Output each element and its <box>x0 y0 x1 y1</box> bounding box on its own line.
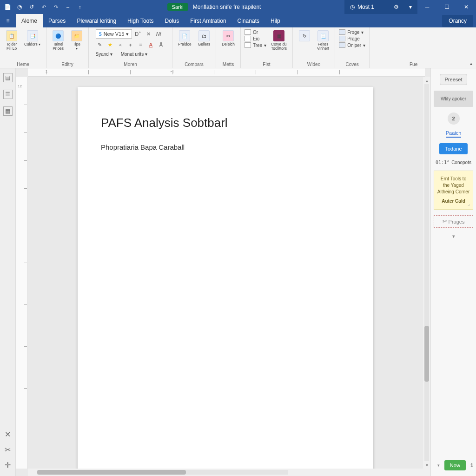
font-minus[interactable]: D˄ <box>134 30 142 38</box>
scroll-thumb[interactable] <box>424 326 429 382</box>
align-icon[interactable]: ≡ <box>137 40 145 49</box>
group-label: Wideo <box>307 61 320 67</box>
title-bar: 📄 ◔ ↺ ↶ ↷ – ↑ Sarki Monflation snife fre… <box>0 0 476 14</box>
quick-access-toolbar: 📄 ◔ ↺ ↶ ↷ – ↑ <box>0 3 84 11</box>
collapse-ribbon-button[interactable]: ▴ <box>470 61 472 66</box>
strike-button[interactable]: ✕ <box>144 30 152 38</box>
tree-option[interactable]: Tree ▾ <box>245 42 266 48</box>
document-area: 1 ⌐| 12 <box>16 68 430 476</box>
font-color-icon[interactable]: A <box>147 40 155 49</box>
note-text: Ernt Tools to the Yaged Altheing Corner <box>437 176 470 195</box>
tipe-button[interactable]: 📁Tipe▾ <box>69 29 85 52</box>
toider-button[interactable]: 📋ToiderFill Lo <box>4 29 20 52</box>
tab-amtration[interactable]: First Amtration <box>185 14 231 27</box>
primary-action-button[interactable]: Todane <box>439 143 467 154</box>
loop-button[interactable]: ↻ <box>297 29 312 43</box>
drop-icon[interactable]: ◔ <box>16 3 23 11</box>
oniper-option[interactable]: Oniper ▾ <box>339 42 365 48</box>
italic-button[interactable]: N! <box>154 30 163 38</box>
prage-option[interactable]: Prage <box>339 36 365 41</box>
nav-comments-icon[interactable]: ☰ <box>3 90 13 99</box>
tool-shuffle-icon[interactable]: ✂ <box>5 445 11 454</box>
page[interactable]: PAFS Analysis Sobtbarl Phopratiaria Bapa… <box>78 87 373 469</box>
scroll-thumb[interactable] <box>37 470 186 475</box>
redo-icon[interactable]: ↷ <box>52 3 60 11</box>
gellers-button[interactable]: 🗂Gellers <box>196 29 212 47</box>
wity-box[interactable]: Wlity apoker <box>434 91 473 107</box>
syand-button[interactable]: Syand ▾ <box>96 52 112 57</box>
nav-outline-icon[interactable]: ▤ <box>3 73 13 82</box>
font-selector[interactable]: $New V15 ▾ <box>96 29 132 39</box>
sync-icon[interactable]: ↺ <box>28 3 35 11</box>
minimize-button[interactable]: ─ <box>417 0 437 14</box>
chevron-down-icon[interactable]: ▾ <box>452 233 455 239</box>
pages-drop[interactable]: ✄ Prages <box>434 215 473 228</box>
document-canvas[interactable]: PAFS Analysis Sobtbarl Phopratiaria Bapa… <box>28 77 423 469</box>
dash-icon[interactable]: – <box>64 3 72 11</box>
vertical-scrollbar[interactable]: ▴ ▾ <box>423 77 430 469</box>
scroll-up-icon[interactable]: ▴ <box>423 77 430 84</box>
share-button[interactable]: Orancy <box>442 15 473 27</box>
sticky-note[interactable]: Ernt Tools to the Yaged Altheing Corner … <box>434 171 473 210</box>
or-option[interactable]: Or <box>245 29 266 35</box>
chevron-down-icon[interactable]: ▾ <box>409 4 412 10</box>
ribbon-group-coves: Froge ▾ Prage Oniper ▾ Coves <box>335 27 370 68</box>
document-heading[interactable]: PAFS Analysis Sobtbarl <box>101 116 350 130</box>
cuidors-button[interactable]: 📑Cuidors ▾ <box>22 29 42 47</box>
document-subheading[interactable]: Phopratiaria Bapa Caraball <box>101 143 350 151</box>
tainel-button[interactable]: 🔵TainelPrioes <box>50 29 66 52</box>
tab-hightoots[interactable]: High Toots <box>122 14 159 27</box>
note-resize-icon[interactable]: ⌟ <box>468 201 470 207</box>
group-label: Compars <box>185 61 204 67</box>
froge-option[interactable]: Froge ▾ <box>339 29 365 35</box>
badge-label[interactable]: Paaich <box>446 130 462 138</box>
highlight-icon[interactable]: Ă <box>157 40 165 49</box>
tab-help[interactable]: Hilp <box>265 14 286 27</box>
save-badge[interactable]: Sarki <box>167 3 188 11</box>
components-item[interactable]: 01:1° Conopots <box>436 160 471 165</box>
file-menu-button[interactable]: ≡ <box>0 14 16 27</box>
tab-home[interactable]: Alome <box>16 14 43 27</box>
horizontal-scrollbar[interactable] <box>28 469 430 476</box>
lessthan-icon[interactable]: ＜ <box>116 40 125 49</box>
pencil-icon[interactable]: ✎ <box>96 40 104 49</box>
tab-parses[interactable]: Parses <box>43 14 71 27</box>
monat-button[interactable]: Monat urits ▾ <box>121 52 147 57</box>
praidoe-button[interactable]: 📄Praidoe <box>176 29 193 47</box>
star-icon[interactable]: ★ <box>106 40 114 49</box>
maximize-button[interactable]: ☐ <box>437 0 456 14</box>
badge-count: 2 <box>448 112 460 125</box>
tab-cinanats[interactable]: Cinanats <box>232 14 265 27</box>
horizontal-ruler[interactable]: 1 ⌐| <box>28 68 425 77</box>
feites-button[interactable]: 📃FeitesVinhert <box>315 29 331 52</box>
tab-dolus[interactable]: Dolus <box>159 14 185 27</box>
eio-option[interactable]: Eio <box>245 36 266 41</box>
undo-icon[interactable]: ↶ <box>40 3 47 11</box>
preset-button[interactable]: Preeset <box>440 74 468 85</box>
scroll-down-icon[interactable]: ▾ <box>423 461 430 469</box>
pin-icon[interactable]: ↑ <box>76 3 84 11</box>
document-title: Monflation snife fre lrapilent <box>193 4 261 10</box>
settings-icon[interactable]: ⚙ <box>394 4 399 10</box>
deleich-button[interactable]: ✂Deleich <box>220 29 237 47</box>
ribbon-group-fue: Fue <box>370 27 476 68</box>
tab-plewaral[interactable]: Plewaral leriting <box>71 14 122 27</box>
page-count: 1 <box>470 463 473 468</box>
plus-icon[interactable]: ＋ <box>126 40 135 49</box>
scroll-down-small-icon[interactable]: ▾ <box>437 463 440 468</box>
main-area: ▤ ☰ ▦ ✕ ✂ ✛ 1 ⌐| 12 <box>0 68 476 476</box>
new-button[interactable]: Now <box>444 460 466 470</box>
cotye-button[interactable]: ▦Cotye duTocrittors <box>269 29 289 52</box>
close-button[interactable]: ✕ <box>456 0 476 14</box>
ribbon: 📋ToiderFill Lo 📑Cuidors ▾ Heme 🔵TainelPr… <box>0 27 476 68</box>
scroll-track[interactable] <box>424 84 429 461</box>
mode-selector[interactable]: ◷ Most 1 ⚙ ▾ <box>344 0 417 14</box>
vertical-ruler[interactable]: 12 <box>16 77 28 469</box>
scroll-track[interactable] <box>37 470 288 475</box>
tool-cross-icon[interactable]: ✕ <box>5 430 11 439</box>
group-label: Fist <box>263 61 270 67</box>
pages-label: Prages <box>449 219 465 225</box>
nav-grid-icon[interactable]: ▦ <box>3 106 13 116</box>
tool-add-icon[interactable]: ✛ <box>5 461 11 469</box>
clock-icon: ◷ <box>350 4 355 10</box>
